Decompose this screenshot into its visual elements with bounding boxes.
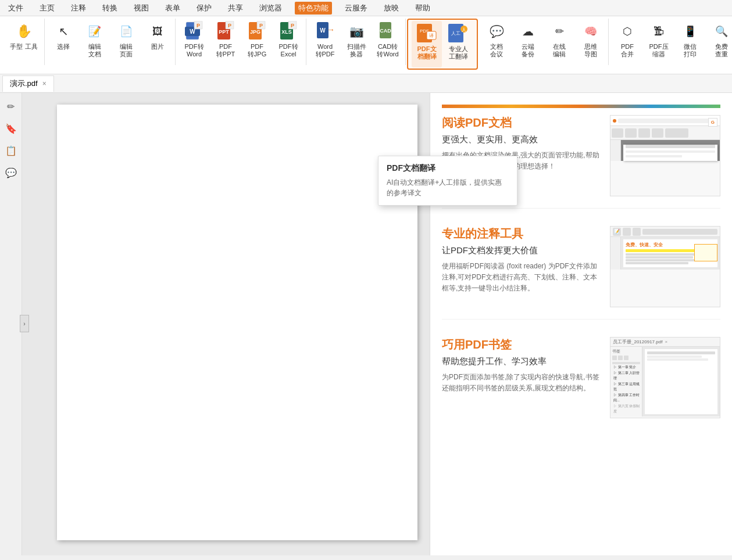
edit-page-icon: 📄 bbox=[116, 21, 137, 42]
hand-icon: ✋ bbox=[13, 21, 34, 42]
wechat-print-label: 微信打印 bbox=[684, 43, 697, 58]
pdf-translate-button[interactable]: PDF 译 PDF文档翻译 bbox=[412, 21, 442, 67]
pdf-to-excel-label: PDF转Excel bbox=[279, 43, 298, 58]
wechat-print-button[interactable]: 📱 微信打印 bbox=[675, 19, 705, 65]
free-check-label: 免费查重 bbox=[715, 43, 728, 58]
svg-text:CAD: CAD bbox=[380, 28, 391, 34]
svg-text:P: P bbox=[259, 23, 263, 28]
pdf-to-excel-button[interactable]: XLS P PDF转Excel bbox=[273, 19, 303, 65]
menu-help[interactable]: 帮助 bbox=[412, 2, 434, 15]
menu-convert[interactable]: 转换 bbox=[99, 2, 121, 15]
svg-text:译: 译 bbox=[429, 33, 434, 38]
pdf-merge-button[interactable]: ⬡ PDF合并 bbox=[612, 19, 642, 65]
section-bookmark: 巧用PDF书签 帮助您提升工作、学习效率 为PDF页面添加书签,除了实现内容的快… bbox=[442, 337, 720, 430]
svg-text:W: W bbox=[190, 28, 195, 35]
section-bookmark-desc: 为PDF页面添加书签,除了实现内容的快速导航,书签还能指明不同书签的层级关系,展… bbox=[442, 372, 601, 394]
menu-comment[interactable]: 注释 bbox=[67, 2, 90, 15]
section-annotation-subtitle: 让PDF文档发挥更大价值 bbox=[442, 245, 601, 256]
mindmap-label: 思维导图 bbox=[584, 43, 597, 58]
pdf-to-word-button[interactable]: W P PDF转Word bbox=[179, 19, 209, 65]
section-bookmark-title: 巧用PDF书签 bbox=[442, 337, 601, 353]
tab-close-button[interactable]: × bbox=[42, 80, 47, 88]
cloud-backup-button[interactable]: ☁ 云端备份 bbox=[513, 19, 543, 65]
tooltip-description: AI自动文档翻译+人工排版，提供实惠的参考译文 bbox=[387, 177, 509, 198]
hand-tool-button[interactable]: ✋ 手型 工具 bbox=[6, 19, 42, 65]
cloud-backup-label: 云端备份 bbox=[522, 43, 534, 58]
pdf-to-word-icon: W P bbox=[184, 21, 205, 42]
pdf-to-ppt-label: PDF转PPT bbox=[216, 43, 235, 58]
section-annotation-desc: 使用福昕PDF阅读器 (foxit reader) 为PDF文件添加注释,可对P… bbox=[442, 261, 601, 295]
menu-browser[interactable]: 浏览器 bbox=[256, 2, 285, 15]
section-annotation-image: 📝 免费、快速、安全 bbox=[610, 226, 720, 307]
edit-page-label: 编辑页面 bbox=[120, 43, 133, 58]
sidebar-pages-icon[interactable]: 📋 bbox=[2, 142, 20, 159]
sidebar-bookmark-icon[interactable]: 🔖 bbox=[2, 120, 20, 137]
menu-form[interactable]: 表单 bbox=[162, 2, 184, 15]
svg-text:P: P bbox=[197, 23, 200, 28]
picture-button[interactable]: 🖼 图片 bbox=[142, 19, 173, 65]
cad-to-word-button[interactable]: CAD CAD转转Word bbox=[373, 19, 403, 65]
menu-file[interactable]: 文件 bbox=[5, 2, 27, 15]
collapse-button[interactable]: › bbox=[20, 315, 29, 332]
ribbon-group-cloud: 💬 文档会议 ☁ 云端备份 ✏ 在线编辑 🧠 思维导图 bbox=[479, 19, 609, 65]
menu-play[interactable]: 放映 bbox=[380, 2, 402, 15]
select-button[interactable]: ↖ 选择 bbox=[48, 19, 78, 65]
tooltip-popover: PDF文档翻译 AI自动文档翻译+人工排版，提供实惠的参考译文 bbox=[378, 156, 517, 206]
svg-text:W: W bbox=[320, 27, 326, 34]
ribbon-group-edit: ↖ 选择 📝 编辑文档 📄 编辑页面 🖼 图片 bbox=[46, 19, 176, 65]
human-translate-button[interactable]: 人工 人 专业人工翻译 bbox=[443, 21, 473, 67]
scan-icon: 📷 bbox=[346, 21, 367, 42]
scan-label: 扫描件换器 bbox=[347, 43, 366, 58]
ribbon-toolbar: ✋ 手型 工具 ↖ 选择 📝 编辑文档 📄 编辑页面 🖼 图片 bbox=[0, 16, 732, 74]
edit-doc-icon: 📝 bbox=[84, 21, 105, 42]
pdf-to-ppt-button[interactable]: PPT P PDF转PPT bbox=[210, 19, 241, 65]
hand-tool-label: 手型 工具 bbox=[10, 43, 37, 51]
sidebar-edit-icon[interactable]: ✏ bbox=[2, 98, 20, 115]
section-annotation-text: 专业的注释工具 让PDF文档发挥更大价值 使用福昕PDF阅读器 (foxit r… bbox=[442, 226, 601, 295]
online-edit-button[interactable]: ✏ 在线编辑 bbox=[544, 19, 574, 65]
mindmap-icon: 🧠 bbox=[580, 21, 601, 42]
free-check-button[interactable]: 🔍 免费查重 bbox=[706, 19, 732, 65]
section-read-subtitle: 更强大、更实用、更高效 bbox=[442, 134, 601, 145]
section-bookmark-subtitle: 帮助您提升工作、学习效率 bbox=[442, 356, 601, 367]
pdf-translate-label: PDF文档翻译 bbox=[417, 45, 437, 60]
section-annotation-content: 专业的注释工具 让PDF文档发挥更大价值 使用福昕PDF阅读器 (foxit r… bbox=[442, 226, 720, 307]
section-annotation: 专业的注释工具 让PDF文档发挥更大价值 使用福昕PDF阅读器 (foxit r… bbox=[442, 226, 720, 320]
section-read-title: 阅读PDF文档 bbox=[442, 115, 601, 131]
svg-text:PPT: PPT bbox=[219, 29, 229, 35]
select-label: 选择 bbox=[57, 43, 70, 51]
tab-bar: 演示.pdf × bbox=[0, 74, 732, 93]
pdf-merge-label: PDF合并 bbox=[621, 43, 634, 58]
pdf-compress-label: PDF压缩器 bbox=[649, 43, 669, 58]
section-annotation-title: 专业的注释工具 bbox=[442, 226, 601, 242]
doc-meeting-button[interactable]: 💬 文档会议 bbox=[481, 19, 512, 65]
menu-protect[interactable]: 保护 bbox=[193, 2, 215, 15]
word-to-pdf-button[interactable]: W → Word转PDF bbox=[310, 19, 340, 65]
pdf-to-ppt-icon: PPT P bbox=[215, 21, 236, 42]
menu-home[interactable]: 主页 bbox=[36, 2, 58, 15]
pdf-tab[interactable]: 演示.pdf × bbox=[2, 76, 54, 92]
pdf-to-jpg-button[interactable]: JPG P PDF转JPG bbox=[242, 19, 272, 65]
sidebar-comment-icon[interactable]: 💬 bbox=[2, 164, 20, 181]
scan-button[interactable]: 📷 扫描件换器 bbox=[341, 19, 372, 65]
free-check-icon: 🔍 bbox=[711, 21, 732, 42]
cloud-icon: ☁ bbox=[517, 21, 538, 42]
word-to-pdf-icon: W → bbox=[315, 21, 335, 42]
mindmap-button[interactable]: 🧠 思维导图 bbox=[576, 19, 606, 65]
online-edit-label: 在线编辑 bbox=[553, 43, 566, 58]
svg-text:P: P bbox=[291, 23, 294, 28]
human-translate-icon: 人工 人 bbox=[448, 23, 469, 44]
pdf-translate-icon: PDF 译 bbox=[416, 23, 437, 44]
section-read-image: G bbox=[610, 115, 720, 196]
menu-share[interactable]: 共享 bbox=[224, 2, 247, 15]
menu-special[interactable]: 特色功能 bbox=[295, 2, 332, 15]
menu-cloud[interactable]: 云服务 bbox=[341, 2, 371, 15]
menu-view[interactable]: 视图 bbox=[130, 2, 152, 15]
edit-doc-button[interactable]: 📝 编辑文档 bbox=[80, 19, 110, 65]
ribbon-group-to-pdf: W → Word转PDF 📷 扫描件换器 CAD CAD转转Word bbox=[308, 19, 406, 65]
pdf-to-jpg-label: PDF转JPG bbox=[248, 43, 266, 58]
pdf-compress-button[interactable]: 🗜 PDF压缩器 bbox=[644, 19, 674, 65]
edit-page-button[interactable]: 📄 编辑页面 bbox=[111, 19, 141, 65]
edit-doc-label: 编辑文档 bbox=[88, 43, 101, 58]
main-area: ✏ 🔖 📋 💬 › 阅读PDF文档 更强大、更实用、更高效 拥有出色的文档渲染效… bbox=[0, 93, 732, 555]
